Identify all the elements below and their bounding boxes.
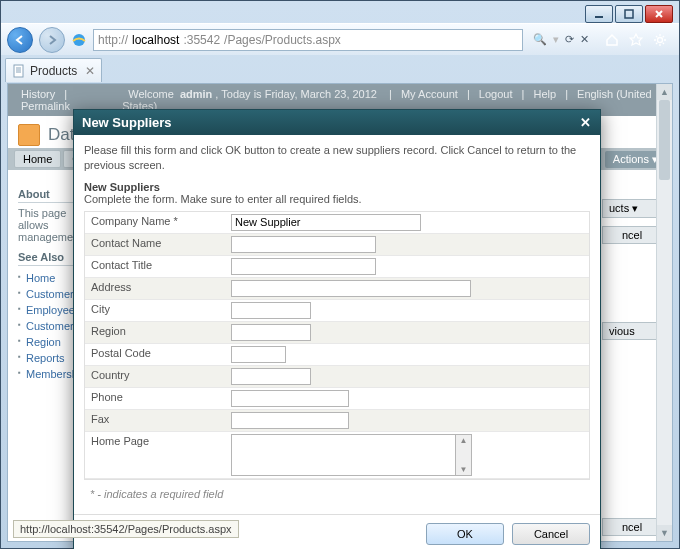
- browser-tab[interactable]: Products ✕: [5, 58, 102, 82]
- history-link[interactable]: History: [21, 88, 55, 100]
- ok-button[interactable]: OK: [426, 523, 504, 545]
- ie-icon: [71, 32, 87, 48]
- input-address[interactable]: [231, 280, 471, 297]
- label-contact-title: Contact Title: [85, 256, 225, 277]
- modal-body: Please fill this form and click OK butto…: [74, 135, 600, 514]
- sidebar-item-membership[interactable]: Membership: [18, 366, 76, 382]
- window-titlebar: [1, 1, 679, 23]
- svg-rect-3: [14, 65, 23, 77]
- svg-rect-0: [625, 10, 633, 18]
- input-home-page[interactable]: [231, 434, 456, 476]
- right-cancel-2[interactable]: ncel: [602, 518, 662, 536]
- label-home-page: Home Page: [85, 432, 225, 478]
- input-company-name[interactable]: [231, 214, 421, 231]
- right-drop-1[interactable]: ucts ▾: [602, 199, 662, 218]
- sep: ▾: [553, 33, 559, 46]
- modal-close-button[interactable]: ✕: [578, 116, 592, 130]
- tab-title: Products: [30, 64, 77, 78]
- welcome-text: Welcome admin, Today is Friday, March 23…: [125, 88, 380, 100]
- banner-icon: [18, 124, 40, 146]
- my-account-link[interactable]: My Account: [401, 88, 458, 100]
- sidebar-item-customers[interactable]: Customers: [18, 286, 76, 302]
- label-phone: Phone: [85, 388, 225, 409]
- tab-strip: Products ✕: [1, 55, 679, 82]
- url-host: localhost: [132, 33, 179, 47]
- sidebar-item-home[interactable]: Home: [18, 270, 76, 286]
- permalink-link[interactable]: Permalink: [21, 100, 70, 112]
- about-text: This page allows management: [18, 207, 76, 243]
- sidebar-item-customer[interactable]: Customer: [18, 318, 76, 334]
- scroll-up-icon[interactable]: ▲: [657, 84, 672, 100]
- label-address: Address: [85, 278, 225, 299]
- input-fax[interactable]: [231, 412, 349, 429]
- url-port: :35542: [183, 33, 220, 47]
- address-bar[interactable]: http://localhost:35542/Pages/Products.as…: [93, 29, 523, 51]
- seealso-head: See Also: [18, 251, 76, 266]
- input-contact-name[interactable]: [231, 236, 376, 253]
- scroll-thumb[interactable]: [659, 100, 670, 180]
- nav-forward-button[interactable]: [39, 27, 65, 53]
- label-country: Country: [85, 366, 225, 387]
- nav-back-button[interactable]: [7, 27, 33, 53]
- menu-home[interactable]: Home: [14, 150, 61, 168]
- input-contact-title[interactable]: [231, 258, 376, 275]
- status-bar-url: http://localhost:35542/Pages/Products.as…: [13, 520, 239, 538]
- window-frame: http://localhost:35542/Pages/Products.as…: [0, 0, 680, 549]
- new-suppliers-modal: New Suppliers ✕ Please fill this form an…: [73, 109, 601, 549]
- page-scrollbar[interactable]: ▲ ▼: [656, 84, 672, 541]
- required-note: * - indicates a required field: [84, 480, 590, 508]
- tab-close-icon[interactable]: ✕: [85, 64, 95, 78]
- input-city[interactable]: [231, 302, 311, 319]
- stop-icon[interactable]: ✕: [580, 33, 589, 46]
- modal-titlebar: New Suppliers ✕: [74, 110, 600, 135]
- modal-instructions: Please fill this form and click OK butto…: [84, 143, 590, 173]
- gear-icon[interactable]: [653, 33, 667, 47]
- input-postal-code[interactable]: [231, 346, 286, 363]
- browser-navbar: http://localhost:35542/Pages/Products.as…: [1, 23, 679, 55]
- textarea-scrollbar[interactable]: ▲▼: [456, 434, 472, 476]
- sidebar-item-reports[interactable]: Reports: [18, 350, 76, 366]
- search-icon[interactable]: 🔍: [533, 33, 547, 46]
- right-drop-2[interactable]: vious: [602, 322, 662, 340]
- toolbar-right: [599, 33, 673, 47]
- form-area: Company Name * Contact Name Contact Titl…: [84, 211, 590, 480]
- scroll-down-icon[interactable]: ▼: [657, 525, 672, 541]
- right-column: ucts ▾ ncel vious ncel: [602, 199, 662, 542]
- modal-section-sub: Complete the form. Make sure to enter al…: [84, 193, 590, 205]
- svg-point-2: [658, 37, 663, 42]
- cancel-button[interactable]: Cancel: [512, 523, 590, 545]
- input-country[interactable]: [231, 368, 311, 385]
- logout-link[interactable]: Logout: [479, 88, 513, 100]
- help-link[interactable]: Help: [533, 88, 556, 100]
- url-path: /Pages/Products.aspx: [224, 33, 341, 47]
- modal-section-head: New Suppliers: [84, 181, 590, 193]
- refresh-icon[interactable]: ⟳: [565, 33, 574, 46]
- about-head: About: [18, 188, 76, 203]
- home-icon[interactable]: [605, 33, 619, 47]
- window-maximize-button[interactable]: [615, 5, 643, 23]
- window-close-button[interactable]: [645, 5, 673, 23]
- favorites-icon[interactable]: [629, 33, 643, 47]
- sidebar-item-employees[interactable]: Employees: [18, 302, 76, 318]
- page-icon: [12, 64, 26, 78]
- label-fax: Fax: [85, 410, 225, 431]
- input-region[interactable]: [231, 324, 311, 341]
- label-region: Region: [85, 322, 225, 343]
- address-bar-icons: 🔍 ▾ ⟳ ✕: [529, 33, 593, 46]
- ta-down-icon[interactable]: ▼: [460, 465, 468, 474]
- input-phone[interactable]: [231, 390, 349, 407]
- modal-title-text: New Suppliers: [82, 115, 172, 130]
- label-city: City: [85, 300, 225, 321]
- window-minimize-button[interactable]: [585, 5, 613, 23]
- label-contact-name: Contact Name: [85, 234, 225, 255]
- url-scheme: http://: [98, 33, 128, 47]
- label-postal-code: Postal Code: [85, 344, 225, 365]
- label-company-name: Company Name *: [85, 212, 225, 233]
- sidebar-item-region[interactable]: Region: [18, 334, 76, 350]
- ta-up-icon[interactable]: ▲: [460, 436, 468, 445]
- right-cancel-1[interactable]: ncel: [602, 226, 662, 244]
